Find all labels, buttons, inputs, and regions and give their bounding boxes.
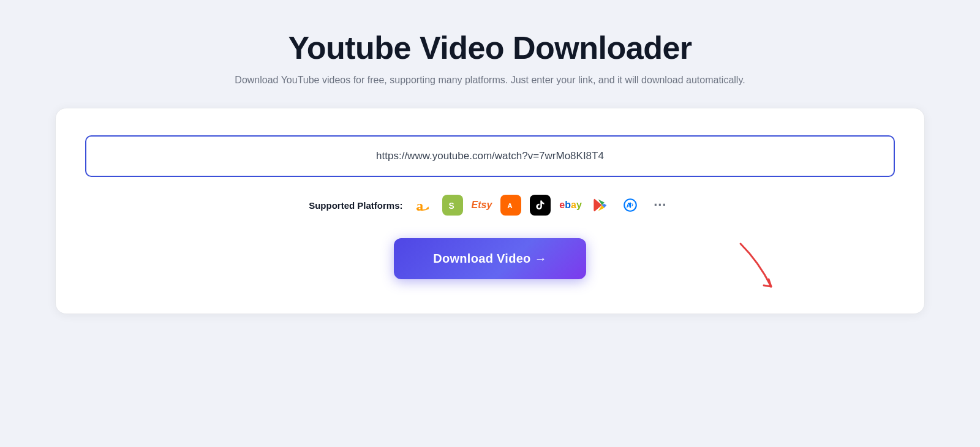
ebay-icon: ebay [559,194,582,216]
google-play-icon [590,195,611,216]
svg-text:A: A [507,201,513,209]
shopify-icon: S [442,195,463,216]
url-input[interactable] [85,135,895,177]
aliexpress-icon: A [500,195,521,216]
svg-text:S: S [448,201,454,211]
page-subtitle: Download YouTube videos for free, suppor… [235,75,745,86]
svg-text:A: A [626,201,631,209]
amazon-icon: a [412,194,434,216]
page-title: Youtube Video Downloader [288,29,692,66]
platforms-row: Supported Platforms: a S Etsy A [309,194,671,216]
platforms-label: Supported Platforms: [309,200,402,211]
tiktok-icon [530,195,551,216]
more-icon: ··· [649,194,671,216]
main-card: Supported Platforms: a S Etsy A [55,108,925,314]
download-button[interactable]: Download Video → [394,238,586,279]
etsy-icon: Etsy [472,194,492,216]
svg-text:a: a [416,198,423,214]
arrow-decoration [692,231,790,301]
appstore-icon: A [620,195,641,216]
